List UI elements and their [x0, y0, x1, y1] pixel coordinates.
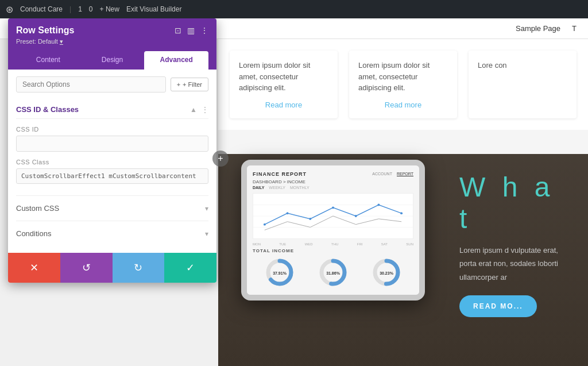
panel-footer: ✕ ↺ ↻ ✓	[8, 253, 216, 283]
period-tabs: DAILY WEEKLY MONTHLY	[253, 186, 413, 190]
section-collapse-icon[interactable]: ▲	[190, 106, 197, 114]
donut-2: 31.86%	[318, 257, 349, 289]
x-thu: THU	[331, 242, 338, 246]
admin-bar: ⊛ Conduct Care | 1 0 + New Exit Visual B…	[0, 0, 588, 18]
tab-design[interactable]: Design	[80, 51, 145, 70]
panel-title-row: Row Settings ⊡ ▥ ⋮	[16, 25, 208, 36]
cancel-button[interactable]: ✕	[8, 253, 60, 283]
panel-preset: Preset: Default ▾	[16, 38, 208, 45]
section-header-icons: ▲ ⋮	[190, 106, 208, 114]
conditions-section[interactable]: Conditions ▾	[16, 221, 208, 246]
site-name[interactable]: Conduct Care	[20, 5, 63, 13]
css-class-label: CSS Class	[16, 159, 208, 165]
redo-button[interactable]: ↻	[113, 253, 165, 283]
x-tue: TUE	[279, 242, 286, 246]
dark-section: FINANCE REPORT ACCOUNT REPORT DASHBOARD …	[218, 154, 588, 366]
tab-content[interactable]: Content	[16, 51, 80, 70]
svg-point-3	[264, 224, 266, 226]
finance-report-header: FINANCE REPORT ACCOUNT REPORT	[253, 171, 413, 177]
tablet-screen: FINANCE REPORT ACCOUNT REPORT DASHBOARD …	[247, 165, 419, 295]
card-1-link[interactable]: Read more	[239, 101, 328, 109]
page-content: Lorem ipsum dolor sit amet, consectetur …	[218, 39, 588, 366]
section-header-css[interactable]: CSS ID & Classes ▲ ⋮	[16, 101, 208, 119]
nav-item-t[interactable]: T	[572, 24, 577, 33]
panel-header-icons: ⊡ ▥ ⋮	[175, 26, 208, 35]
card-2-link[interactable]: Read more	[358, 101, 448, 109]
preset-link[interactable]: ▾	[60, 38, 63, 45]
add-floating-button[interactable]: +	[212, 151, 229, 167]
svg-point-5	[309, 218, 311, 220]
svg-point-8	[377, 204, 380, 206]
period-weekly[interactable]: WEEKLY	[269, 186, 285, 190]
section-more-icon[interactable]: ⋮	[202, 106, 208, 114]
svg-text:37.91%: 37.91%	[273, 271, 287, 275]
finance-tabs: ACCOUNT REPORT	[372, 172, 413, 176]
confirm-button[interactable]: ✓	[164, 253, 216, 283]
right-body-text: Lorem ipsum d vulputate erat, porta erat…	[459, 244, 577, 284]
chart-x-labels: MON TUE WED THU FRI SAT SUN	[253, 242, 413, 246]
finance-tab-report[interactable]: REPORT	[397, 172, 413, 176]
dashboard-label: DASHBOARD > INCOME	[253, 179, 413, 184]
card-1: Lorem ipsum dolor sit amet, consectetur …	[230, 51, 338, 118]
svg-point-6	[332, 206, 334, 209]
wp-logo[interactable]: ⊛	[6, 4, 13, 15]
panel-tabs: Content Design Advanced	[16, 51, 208, 70]
search-row: + + Filter	[16, 76, 208, 93]
main-area: Sample Page T Lorem ipsum dolor sit amet…	[0, 18, 588, 366]
row-settings-panel: Row Settings ⊡ ▥ ⋮ Preset: Default ▾ Con…	[8, 18, 216, 283]
svg-point-7	[355, 215, 357, 217]
finance-title: FINANCE REPORT	[253, 171, 307, 177]
tab-advanced[interactable]: Advanced	[144, 51, 208, 70]
css-class-input[interactable]	[16, 168, 208, 184]
sample-page-link[interactable]: Sample Page	[516, 24, 560, 33]
period-daily[interactable]: DAILY	[253, 186, 264, 190]
panel-overlay: Row Settings ⊡ ▥ ⋮ Preset: Default ▾ Con…	[0, 18, 218, 366]
panel-header: Row Settings ⊡ ▥ ⋮ Preset: Default ▾ Con…	[8, 18, 216, 70]
cards-area: Lorem ipsum dolor sit amet, consectetur …	[218, 39, 588, 130]
panel-more-icon[interactable]: ⋮	[200, 26, 208, 35]
svg-point-4	[287, 212, 289, 214]
panel-columns-icon[interactable]: ▥	[187, 26, 195, 35]
filter-label: + Filter	[183, 81, 202, 88]
card-2-text: Lorem ipsum dolor sit amet, consectetur …	[358, 60, 448, 94]
css-id-classes-section: CSS ID & Classes ▲ ⋮ CSS ID CSS Class	[16, 101, 208, 191]
panel-fullscreen-icon[interactable]: ⊡	[175, 26, 181, 35]
read-more-button[interactable]: READ MO...	[459, 295, 537, 317]
notif-count[interactable]: 1	[78, 5, 82, 13]
section-title-css: CSS ID & Classes	[16, 105, 79, 114]
custom-css-section[interactable]: Custom CSS ▾	[16, 195, 208, 221]
x-sat: SAT	[381, 242, 388, 246]
filter-button[interactable]: + + Filter	[171, 78, 208, 91]
card-3-text: Lore con	[478, 60, 567, 71]
exit-visual-builder[interactable]: Exit Visual Builder	[126, 5, 182, 13]
card-1-text: Lorem ipsum dolor sit amet, consectetur …	[239, 60, 328, 94]
right-text-area: W h a t Lorem ipsum d vulputate erat, po…	[448, 154, 588, 366]
tablet-area: FINANCE REPORT ACCOUNT REPORT DASHBOARD …	[218, 154, 448, 366]
x-mon: MON	[253, 242, 261, 246]
tablet-mockup: FINANCE REPORT ACCOUNT REPORT DASHBOARD …	[241, 160, 425, 300]
css-id-input[interactable]	[16, 136, 208, 152]
total-income-label: TOTAL INCOME	[253, 248, 413, 253]
conditions-chevron: ▾	[205, 230, 208, 238]
what-title: W h a t	[459, 171, 577, 234]
card-2: Lorem ipsum dolor sit amet, consectetur …	[349, 51, 457, 118]
panel-body: + + Filter CSS ID & Classes ▲ ⋮ CSS ID	[8, 70, 216, 253]
chart-area	[253, 193, 413, 239]
svg-point-9	[400, 212, 403, 214]
x-fri: FRI	[357, 242, 363, 246]
svg-text:30.23%: 30.23%	[380, 271, 394, 275]
period-monthly[interactable]: MONTHLY	[290, 186, 310, 190]
section-body-css: CSS ID CSS Class	[16, 119, 208, 191]
x-sun: SUN	[406, 242, 413, 246]
finance-tab-account[interactable]: ACCOUNT	[372, 172, 392, 176]
donut-1: 37.91%	[264, 257, 295, 289]
conditions-title: Conditions	[16, 229, 51, 238]
css-id-label: CSS ID	[16, 126, 208, 133]
new-button[interactable]: + New	[100, 5, 119, 13]
donut-row: 37.91% 31.86%	[253, 257, 413, 289]
x-wed: WED	[305, 242, 313, 246]
undo-button[interactable]: ↺	[60, 253, 113, 283]
comment-count[interactable]: 0	[89, 5, 93, 13]
search-input[interactable]	[16, 76, 166, 93]
custom-css-title: Custom CSS	[16, 204, 59, 213]
